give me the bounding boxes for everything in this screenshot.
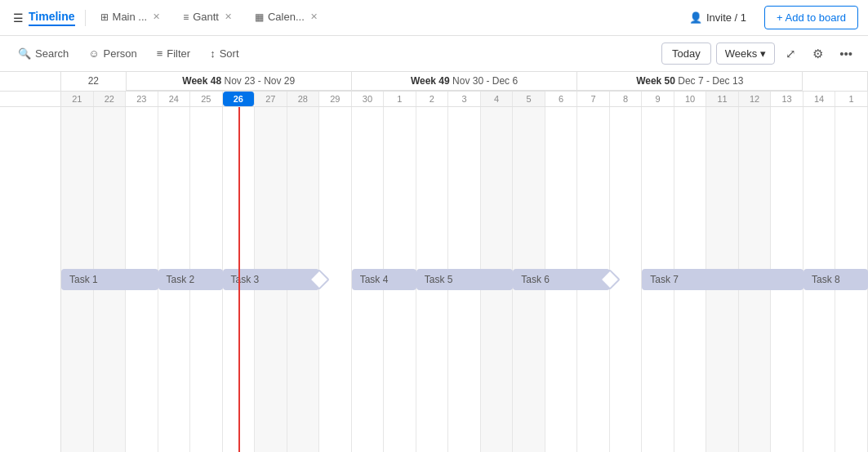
search-icon: 🔍 <box>18 47 31 60</box>
day-header-cell: 2 <box>416 92 449 106</box>
day-header-cell: 30 <box>352 92 385 106</box>
week-header-label <box>803 72 867 78</box>
day-header-cell: 21 <box>61 92 94 106</box>
day-header-cell: 28 <box>287 92 320 106</box>
filter-icon: ≡ <box>157 47 163 60</box>
day-header-cell: 4 <box>481 92 514 106</box>
task-bar[interactable]: Task 6 <box>513 269 610 290</box>
more-button[interactable]: ••• <box>834 43 858 65</box>
filter-label: Filter <box>167 47 190 60</box>
task-bar[interactable]: Task 4 <box>352 269 416 290</box>
task-bar[interactable]: Task 8 <box>803 269 868 290</box>
expand-button[interactable]: ⤢ <box>780 43 802 65</box>
day-header-cell: 1 <box>384 92 416 106</box>
weeks-select[interactable]: Weeks ▾ <box>716 43 776 65</box>
day-headers-row: 2122232425262728293012345678910111213141 <box>0 92 868 107</box>
day-header-cell: 24 <box>158 92 191 106</box>
day-header-cell: 29 <box>319 92 352 106</box>
grid-cells: Task 1Task 2Task 3Task 4Task 5Task 6Task… <box>61 107 868 452</box>
person-label: Person <box>103 47 136 60</box>
hamburger-icon: ☰ <box>13 11 24 25</box>
calendar-tab-close[interactable]: ✕ <box>310 11 318 22</box>
expand-icon: ⤢ <box>786 47 796 60</box>
tab-main[interactable]: ⊞ Main ... ✕ <box>89 0 172 36</box>
day-header-cell: 8 <box>610 92 643 106</box>
task-bar[interactable]: Task 7 <box>642 269 803 290</box>
day-header-cell: 6 <box>545 92 578 106</box>
sort-label: Sort <box>220 47 239 60</box>
week-header-label: Week 48 Nov 23 - Nov 29 <box>127 72 351 91</box>
invite-icon: 👤 <box>689 11 702 24</box>
search-button[interactable]: 🔍 Search <box>10 43 77 64</box>
task-label: Task 7 <box>650 274 679 285</box>
invite-button[interactable]: 👤 Invite / 1 <box>679 7 756 29</box>
day-header-cell: 13 <box>771 92 803 106</box>
task-label: Task 3 <box>231 274 260 285</box>
weeks-label: Weeks <box>725 47 758 60</box>
task-bar[interactable]: Task 1 <box>61 269 158 290</box>
day-header-cell: 9 <box>642 92 674 106</box>
gantt-tab-close[interactable]: ✕ <box>225 11 232 22</box>
week-group: 22 <box>61 72 127 91</box>
main-tab-close[interactable]: ✕ <box>153 11 160 22</box>
gantt-tab-icon: ≡ <box>183 11 189 23</box>
day-header-cell: 7 <box>577 92 610 106</box>
invite-label: Invite / 1 <box>706 11 746 24</box>
week-header-label: 22 <box>61 72 126 90</box>
gear-icon: ⚙ <box>812 47 823 60</box>
app-title: Timeline <box>29 10 75 26</box>
day-header-cell: 26 <box>223 92 256 106</box>
nav-right: 👤 Invite / 1 + Add to board <box>679 6 858 29</box>
add-board-label: + Add to board <box>777 11 846 24</box>
day-header-cell: 25 <box>190 92 223 106</box>
tab-calendar[interactable]: ▦ Calen... ✕ <box>243 0 329 36</box>
week-spacer <box>0 72 61 91</box>
add-to-board-button[interactable]: + Add to board <box>764 6 858 29</box>
today-line <box>238 107 240 452</box>
filter-button[interactable]: ≡ Filter <box>149 43 198 64</box>
week-headers-row: 22Week 48 Nov 23 - Nov 29Week 49 Nov 30 … <box>0 72 868 92</box>
toolbar-right: Today Weeks ▾ ⤢ ⚙ ••• <box>661 43 858 65</box>
day-header-cell: 1 <box>835 92 868 106</box>
week-header-label: Week 50 Dec 7 - Dec 13 <box>577 72 802 91</box>
day-header-cell: 23 <box>126 92 158 106</box>
task-label: Task 6 <box>521 274 550 285</box>
search-label: Search <box>35 47 69 60</box>
person-button[interactable]: ☺ Person <box>80 43 145 64</box>
task-label: Task 2 <box>167 274 195 285</box>
hamburger-menu[interactable]: ☰ Timeline <box>10 10 86 26</box>
week-group: Week 49 Nov 30 - Dec 6 <box>352 72 577 91</box>
main-tab-icon: ⊞ <box>100 11 109 23</box>
task-bar[interactable]: Task 3 <box>223 269 320 290</box>
row-labels <box>0 107 61 452</box>
grid-body: Task 1Task 2Task 3Task 4Task 5Task 6Task… <box>0 107 868 452</box>
today-button[interactable]: Today <box>661 43 711 65</box>
calendar-tab-label: Calen... <box>268 11 305 23</box>
gantt-tab-label: Gantt <box>193 11 219 23</box>
task-label: Task 5 <box>425 274 453 285</box>
week-group <box>803 72 868 91</box>
sort-button[interactable]: ↕ Sort <box>202 43 247 64</box>
day-header-cell: 3 <box>448 92 481 106</box>
day-header-cell: 27 <box>255 92 287 106</box>
day-header-cell: 11 <box>706 92 739 106</box>
week-group: Week 48 Nov 23 - Nov 29 <box>127 72 352 91</box>
day-header-cell: 10 <box>674 92 707 106</box>
task-label: Task 1 <box>69 274 98 285</box>
sort-icon: ↕ <box>210 47 216 60</box>
week-header-label: Week 49 Nov 30 - Dec 6 <box>352 72 576 91</box>
weeks-chevron-icon: ▾ <box>760 47 766 60</box>
more-icon: ••• <box>839 47 852 60</box>
task-bar[interactable]: Task 2 <box>158 269 223 290</box>
day-header-cell: 22 <box>94 92 127 106</box>
task-label: Task 8 <box>812 274 840 285</box>
calendar-tab-icon: ▦ <box>255 11 264 23</box>
day-header-cell: 12 <box>739 92 772 106</box>
person-icon: ☺ <box>88 47 99 60</box>
week-group: Week 50 Dec 7 - Dec 13 <box>577 72 803 91</box>
toolbar: 🔍 Search ☺ Person ≡ Filter ↕ Sort Today … <box>0 36 868 72</box>
day-header-cell: 5 <box>513 92 545 106</box>
task-bar[interactable]: Task 5 <box>416 269 514 290</box>
settings-button[interactable]: ⚙ <box>807 43 829 65</box>
tab-gantt[interactable]: ≡ Gantt ✕ <box>171 0 243 36</box>
